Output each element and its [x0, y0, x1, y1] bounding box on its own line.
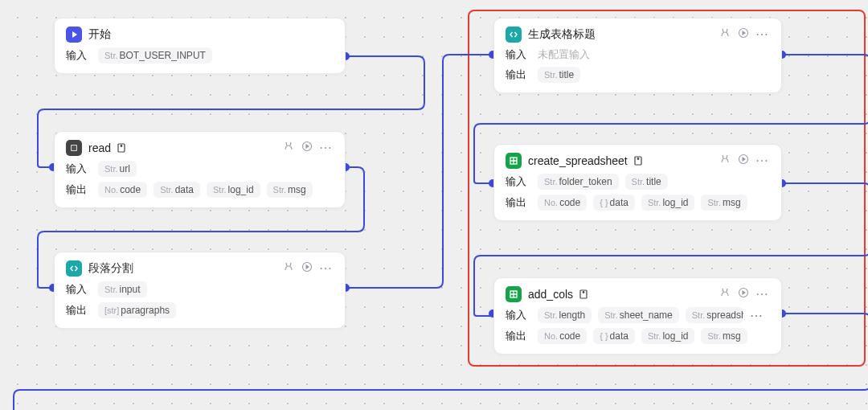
- row-output-label: 输出: [506, 195, 531, 210]
- play-icon[interactable]: [301, 141, 313, 155]
- row-output-label: 输出: [506, 329, 531, 343]
- svg-point-3: [121, 146, 122, 147]
- play-icon[interactable]: [738, 154, 749, 168]
- more-icon[interactable]: ⋯: [755, 158, 770, 164]
- code-icon: [506, 27, 522, 43]
- svg-rect-1: [72, 146, 76, 150]
- svg-point-9: [637, 158, 639, 160]
- input-placeholder: 未配置输入: [538, 47, 590, 62]
- node-title-gentitle: 生成表格标题: [528, 27, 596, 42]
- rabbit-icon[interactable]: [719, 287, 731, 301]
- code-icon: [66, 260, 82, 277]
- row-input-label: 输入: [506, 47, 531, 62]
- start-icon: [66, 27, 82, 43]
- rabbit-icon[interactable]: [719, 27, 731, 42]
- node-split[interactable]: 段落分割 ⋯ 输入 Str.input 输出 [str]paragraphs: [54, 252, 346, 329]
- row-input-label: 输入: [506, 308, 531, 322]
- row-output-label: 输出: [66, 182, 92, 197]
- row-input-label: 输入: [66, 162, 92, 176]
- node-title-read: read: [88, 141, 111, 154]
- row-input-label: 输入: [66, 282, 92, 297]
- rabbit-icon[interactable]: [282, 261, 295, 276]
- row-output-label: 输出: [506, 68, 531, 82]
- node-title-createss: create_spreadsheet: [528, 154, 628, 167]
- node-title-split: 段落分割: [88, 261, 133, 276]
- document-icon: [633, 155, 644, 166]
- more-icon[interactable]: ⋯: [755, 291, 770, 297]
- rabbit-icon[interactable]: [282, 141, 295, 155]
- play-icon[interactable]: [301, 261, 313, 276]
- node-gentitle[interactable]: 生成表格标题 ⋯ 输入 未配置输入 输出 Str.title: [493, 18, 782, 93]
- node-createss[interactable]: create_spreadsheet ⋯ 输入 Str.folder_token…: [493, 144, 782, 221]
- node-title-start: 开始: [88, 27, 111, 42]
- document-icon: [116, 142, 127, 154]
- more-icon[interactable]: ⋯: [755, 31, 770, 38]
- more-icon[interactable]: ⋯: [319, 145, 334, 151]
- read-icon: [66, 140, 82, 156]
- row-input-label: 输入: [506, 174, 531, 189]
- row-input-label: 输入: [66, 48, 92, 63]
- row-output-label: 输出: [66, 303, 92, 318]
- play-icon[interactable]: [738, 27, 749, 42]
- rabbit-icon[interactable]: [719, 154, 731, 168]
- more-icon[interactable]: ⋯: [319, 265, 334, 272]
- node-addcols[interactable]: add_cols ⋯ 输入 Str.length Str.sheet_name …: [493, 277, 782, 355]
- more-icon[interactable]: ⋯: [750, 308, 764, 323]
- spreadsheet-icon: [506, 153, 522, 169]
- node-title-addcols: add_cols: [528, 288, 573, 301]
- spreadsheet-icon: [506, 286, 522, 302]
- svg-point-13: [583, 292, 584, 293]
- document-icon: [578, 289, 589, 300]
- node-read[interactable]: read ⋯ 输入 Str.url 输出 No.code Str.data St…: [54, 131, 346, 208]
- node-start[interactable]: 开始 输入 Str. BOT_USER_INPUT: [54, 18, 346, 74]
- play-icon[interactable]: [738, 287, 749, 301]
